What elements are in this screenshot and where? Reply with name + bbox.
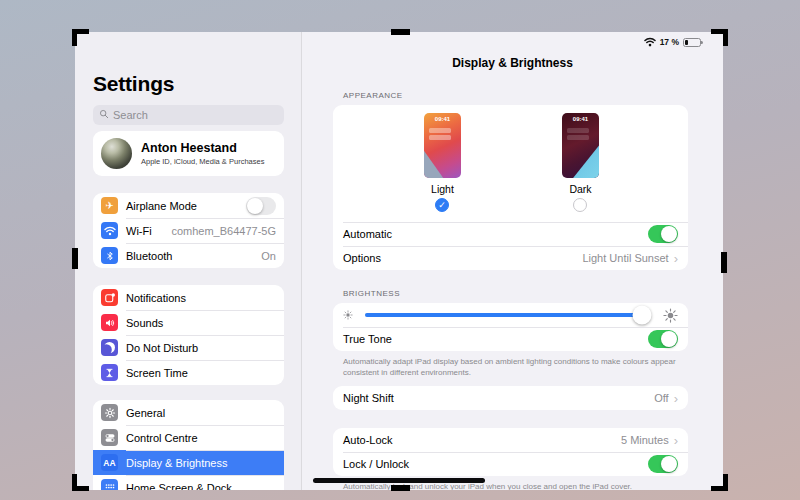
profile-subtitle: Apple ID, iCloud, Media & Purchases xyxy=(141,157,264,166)
sidebar-title: Settings xyxy=(93,72,174,96)
brightness-high-icon xyxy=(663,308,678,323)
row-label: Automatic xyxy=(343,228,648,240)
sidebar-item-airplane-mode[interactable]: ✈ Airplane Mode xyxy=(93,193,284,218)
sidebar-item-sounds[interactable]: Sounds xyxy=(93,310,284,335)
apple-id-profile[interactable]: Anton Heestand Apple ID, iCloud, Media &… xyxy=(93,131,284,176)
home-indicator[interactable] xyxy=(313,478,485,483)
dark-mode-label: Dark xyxy=(562,183,599,195)
sidebar-item-display-brightness[interactable]: Display & Brightness xyxy=(93,450,284,475)
options-value: Light Until Sunset xyxy=(582,252,668,264)
thumbnail-text-bar xyxy=(429,128,451,133)
chevron-right-icon xyxy=(669,252,678,265)
search-input[interactable] xyxy=(113,109,278,121)
brightness-slider-fill xyxy=(365,313,642,317)
sidebar-item-general[interactable]: General xyxy=(93,400,284,425)
sidebar-item-label: Bluetooth xyxy=(126,250,261,262)
profile-name: Anton Heestand xyxy=(141,141,264,155)
crop-handle-right-middle[interactable] xyxy=(721,252,727,273)
battery-icon xyxy=(683,38,701,47)
wifi-network-value: comhem_B64477-5G xyxy=(171,225,276,237)
brightness-slider[interactable] xyxy=(365,313,651,317)
thumbnail-clock: 09:41 xyxy=(562,116,599,122)
sidebar-item-wifi[interactable]: Wi-Fi comhem_B64477-5G xyxy=(93,218,284,243)
true-tone-toggle[interactable] xyxy=(648,330,678,348)
row-label: Auto-Lock xyxy=(343,434,621,446)
crop-handle-bottom-right[interactable] xyxy=(711,474,728,491)
bluetooth-icon xyxy=(101,247,118,264)
thumbnail-clock: 09:41 xyxy=(424,116,461,122)
true-tone-row[interactable]: True Tone xyxy=(333,327,688,351)
row-label: Night Shift xyxy=(343,392,654,404)
automatic-toggle[interactable] xyxy=(648,225,678,243)
light-mode-thumbnail[interactable]: 09:41 xyxy=(424,113,461,178)
true-tone-footnote: Automatically adapt iPad display based o… xyxy=(343,356,681,378)
sidebar-item-label: Notifications xyxy=(126,292,276,304)
automatic-row[interactable]: Automatic xyxy=(333,222,688,246)
battery-percent: 17 % xyxy=(660,37,679,47)
sidebar-item-home-screen-dock[interactable]: Home Screen & Dock xyxy=(93,475,284,490)
ipad-settings-screenshot: 18:01 Mon 11 Jan 17 % Settings Anton xyxy=(75,32,723,490)
sidebar-item-control-centre[interactable]: Control Centre xyxy=(93,425,284,450)
sidebar-item-bluetooth[interactable]: Bluetooth On xyxy=(93,243,284,268)
night-shift-value: Off xyxy=(654,392,668,404)
auto-lock-value: 5 Minutes xyxy=(621,434,669,446)
crop-handle-top-middle[interactable] xyxy=(391,29,410,35)
sidebar-group-connectivity: ✈ Airplane Mode Wi-Fi comhem_B64477-5G B… xyxy=(93,193,284,268)
crop-handle-left-middle[interactable] xyxy=(72,248,78,269)
sidebar-item-label: Wi-Fi xyxy=(126,225,171,237)
night-shift-card: Night Shift Off xyxy=(333,386,688,410)
light-mode-radio[interactable] xyxy=(435,198,449,212)
sidebar-item-label: Screen Time xyxy=(126,367,276,379)
sidebar-item-screen-time[interactable]: Screen Time xyxy=(93,360,284,385)
settings-sidebar: Settings Anton Heestand Apple ID, iCloud… xyxy=(75,32,302,490)
search-icon xyxy=(99,109,109,121)
sidebar-group-notifications: Notifications Sounds Do Not Disturb xyxy=(93,285,284,385)
wifi-icon xyxy=(101,222,118,239)
gear-icon xyxy=(101,404,118,421)
appearance-card: 09:41 09:41 Light Dark Automatic Options xyxy=(333,105,688,270)
chevron-right-icon xyxy=(669,434,678,447)
brightness-low-icon xyxy=(343,310,353,320)
airplane-icon: ✈ xyxy=(101,197,118,214)
thumbnail-text-bar xyxy=(429,135,451,140)
home-screen-dock-icon xyxy=(101,479,118,490)
crop-handle-bottom-left[interactable] xyxy=(72,474,89,491)
do-not-disturb-icon xyxy=(101,339,118,356)
crop-handle-top-left[interactable] xyxy=(72,29,89,46)
wifi-status-icon xyxy=(644,37,656,47)
status-bar-right: 17 % xyxy=(644,37,701,47)
crop-handle-bottom-middle[interactable] xyxy=(391,485,410,491)
row-label: True Tone xyxy=(343,333,648,345)
display-brightness-icon xyxy=(101,454,118,471)
night-shift-row[interactable]: Night Shift Off xyxy=(333,386,688,410)
lock-unlock-row[interactable]: Lock / Unlock xyxy=(333,452,688,476)
page-title: Display & Brightness xyxy=(302,56,723,70)
sidebar-item-label: Do Not Disturb xyxy=(126,342,276,354)
options-row[interactable]: Options Light Until Sunset xyxy=(333,246,688,270)
sidebar-item-do-not-disturb[interactable]: Do Not Disturb xyxy=(93,335,284,360)
notifications-icon xyxy=(101,289,118,306)
brightness-card: True Tone xyxy=(333,303,688,351)
sidebar-item-label: Display & Brightness xyxy=(126,457,276,469)
sidebar-item-label: Airplane Mode xyxy=(126,200,246,212)
dark-mode-radio[interactable] xyxy=(573,198,587,212)
screen-time-icon xyxy=(101,364,118,381)
sidebar-item-notifications[interactable]: Notifications xyxy=(93,285,284,310)
brightness-slider-row xyxy=(333,303,688,327)
airplane-mode-toggle[interactable] xyxy=(246,197,276,215)
brightness-slider-knob[interactable] xyxy=(633,306,652,325)
lock-card: Auto-Lock 5 Minutes Lock / Unlock xyxy=(333,428,688,476)
sidebar-item-label: Sounds xyxy=(126,317,276,329)
crop-handle-top-right[interactable] xyxy=(711,29,728,46)
auto-lock-row[interactable]: Auto-Lock 5 Minutes xyxy=(333,428,688,452)
control-centre-icon xyxy=(101,429,118,446)
thumbnail-text-bar xyxy=(567,128,589,133)
dark-mode-thumbnail[interactable]: 09:41 xyxy=(562,113,599,178)
light-mode-label: Light xyxy=(424,183,461,195)
search-field[interactable] xyxy=(93,105,284,125)
row-label: Options xyxy=(343,252,582,264)
sidebar-item-label: Control Centre xyxy=(126,432,276,444)
desktop-background: 18:01 Mon 11 Jan 17 % Settings Anton xyxy=(0,0,800,500)
sidebar-item-label: Home Screen & Dock xyxy=(126,482,276,491)
lock-unlock-toggle[interactable] xyxy=(648,455,678,473)
